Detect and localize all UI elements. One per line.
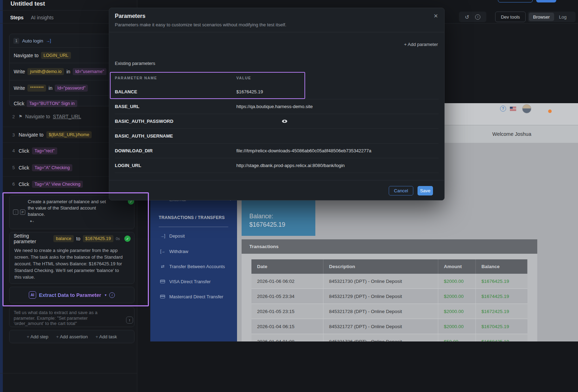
submit-prompt-button[interactable]: ↑ bbox=[126, 317, 133, 324]
sidebar-item-mastercard-direct-transfer[interactable]: Mastercard Direct Transfer bbox=[150, 292, 237, 301]
existing-parameters-label: Existing parameters bbox=[115, 61, 155, 66]
table-cell: $1676425.19 bbox=[476, 274, 527, 289]
selector-chip: Id="password" bbox=[55, 85, 88, 92]
extract-data-label: Extract Data to Parameter bbox=[39, 292, 101, 298]
dev-tools-button[interactable]: Dev tools bbox=[495, 12, 526, 22]
parameter-row[interactable]: DOWNLOAD_DIRfile:///tmp/relicx-downloads… bbox=[115, 144, 439, 158]
step-text: Click bbox=[19, 165, 29, 171]
plus-icon: + bbox=[56, 334, 59, 339]
column-header: Description bbox=[323, 259, 438, 274]
table-cell: $2000.00 bbox=[438, 274, 476, 289]
parameter-icon: P bbox=[20, 210, 25, 215]
add-task-button[interactable]: +Add task bbox=[96, 334, 117, 339]
sidebar-item-transfer-between-accounts[interactable]: ⇄Transfer Between Accounts bbox=[150, 262, 237, 271]
welcome-text: Welcome Joshua bbox=[492, 125, 531, 143]
tab-browser[interactable]: Browser bbox=[529, 13, 554, 21]
sidebar-item-deposit[interactable]: →]Deposit bbox=[150, 232, 237, 240]
sidebar-item-label: Deposit bbox=[169, 233, 185, 239]
sidebar-item-label: Withdraw bbox=[169, 249, 188, 254]
avatar[interactable] bbox=[522, 104, 531, 113]
parameter-row[interactable]: BASIC_AUTH_USERNAME bbox=[115, 129, 439, 144]
tab-ai-insights[interactable]: AI insights bbox=[31, 13, 54, 22]
add-assertion-button[interactable]: +Add assertion bbox=[56, 334, 88, 339]
setting-parameter-card[interactable]: Setting parameterbalanceto$1676425.19 0s… bbox=[9, 232, 134, 284]
parameter-value: http://stage.dbank.prod-apps.relicx.ai:8… bbox=[236, 163, 345, 168]
ai-badge-icon: AI bbox=[29, 291, 36, 299]
table-cell: 845321730 (DPT) - Online Deposit bbox=[323, 274, 438, 289]
us-flag-icon[interactable] bbox=[510, 107, 516, 111]
parameter-value: file:///tmp/relicx-downloads-45086ab60c0… bbox=[236, 148, 372, 153]
table-row: 2026-01-04 01:08845321726 (DPT) - Online… bbox=[251, 334, 527, 341]
transactions-title: Transactions bbox=[242, 244, 278, 249]
table-cell: 845321727 (DPT) - Online Deposit bbox=[323, 319, 438, 334]
extract-data-dropdown[interactable]: AI Extract Data to Parameter ▾ i bbox=[9, 287, 134, 303]
tab-steps[interactable]: Steps bbox=[10, 13, 24, 22]
add-step-button[interactable]: +Add step bbox=[27, 334, 48, 339]
start-url-link[interactable]: START_URL bbox=[53, 114, 81, 119]
sidebar-item-visa-direct-transfer[interactable]: VISA Direct Transfer bbox=[150, 277, 237, 286]
parameter-row[interactable]: LOGIN_URLhttp://stage.dbank.prod-apps.re… bbox=[115, 158, 439, 173]
add-parameter-button[interactable]: + Add parameter bbox=[404, 42, 438, 47]
prompt-placeholder: Tell us what data to extract and save as… bbox=[14, 310, 105, 326]
step-text: Navigate to bbox=[14, 53, 39, 58]
add-actions-bar: +Add step+Add assertion+Add task bbox=[9, 330, 134, 343]
chevron-down-icon[interactable]: ▾ bbox=[105, 293, 106, 297]
save-button[interactable]: Save bbox=[418, 186, 433, 195]
parameters-modal: Parameters Parameters make it easy to cu… bbox=[109, 8, 445, 200]
step-text: Navigate to bbox=[19, 132, 44, 138]
ai-task-text: Create a parameter of balance and set th… bbox=[28, 199, 113, 218]
step-number: 2 bbox=[12, 114, 16, 119]
sidebar-item-label: VISA Direct Transfer bbox=[169, 279, 211, 284]
step-number: 3 bbox=[12, 132, 16, 138]
recording-indicator-dot bbox=[548, 109, 552, 113]
cancel-button[interactable]: Cancel bbox=[389, 186, 413, 195]
eye-icon[interactable] bbox=[282, 120, 287, 123]
table-row: 2026-01-04 06:15845321727 (DPT) - Online… bbox=[251, 319, 527, 334]
divider bbox=[159, 227, 228, 227]
table-cell: $1668425.19 bbox=[476, 334, 527, 341]
selector-chip: Tag="BUTTON" Sign in bbox=[27, 100, 77, 107]
test-title: Untitled test bbox=[11, 0, 45, 8]
step-number: 6 bbox=[12, 181, 16, 187]
divider bbox=[109, 180, 444, 180]
table-cell: 845321726 (DPT) - Online Deposit bbox=[323, 334, 438, 341]
secondary-action-button-partial[interactable] bbox=[498, 0, 533, 2]
value-chip: balance bbox=[53, 235, 74, 242]
withdraw-icon: [→ bbox=[159, 249, 166, 254]
info-icon[interactable]: i bbox=[475, 14, 480, 20]
tab-log[interactable]: Log bbox=[555, 13, 571, 21]
parameter-row[interactable]: BALANCE$1676425.19 bbox=[115, 85, 439, 99]
step-text: Click bbox=[14, 101, 24, 106]
parameter-row[interactable]: BASE_URLhttps://qa.boutique.harness-demo… bbox=[115, 99, 439, 114]
info-icon[interactable]: i bbox=[109, 292, 115, 298]
plus-icon: + bbox=[96, 334, 98, 339]
value-chip: $1676425.19 bbox=[83, 235, 113, 242]
value-chip: ******** bbox=[27, 85, 46, 92]
table-cell: $1672425.19 bbox=[476, 304, 527, 319]
step-duration: 0s bbox=[116, 237, 120, 241]
parameter-row[interactable]: BASIC_AUTH_PASSWORD bbox=[115, 114, 439, 129]
selector-chip: Tag="rect" bbox=[32, 147, 57, 154]
sidebar-item-withdraw[interactable]: [→Withdraw bbox=[150, 247, 237, 255]
task-icon: : bbox=[13, 210, 18, 215]
step-text: Click bbox=[19, 181, 29, 187]
extract-prompt-input[interactable]: Tell us what data to extract and save as… bbox=[9, 307, 134, 327]
success-check-icon: ✓ bbox=[124, 235, 131, 242]
table-row: 2026-01-05 23:15845321728 (DPT) - Online… bbox=[251, 304, 527, 319]
parameter-value bbox=[236, 120, 287, 123]
view-switcher: Browser Log bbox=[528, 12, 576, 22]
close-icon[interactable]: × bbox=[431, 11, 441, 21]
help-icon[interactable]: ? bbox=[500, 106, 506, 112]
table-cell: 845321728 (DPT) - Online Deposit bbox=[323, 304, 438, 319]
primary-action-button-partial[interactable] bbox=[536, 0, 556, 2]
modal-subtitle: Parameters make it easy to customize tes… bbox=[115, 22, 286, 27]
balance-label: Balance: bbox=[249, 213, 273, 220]
table-cell: 2026-01-04 01:08 bbox=[251, 334, 323, 341]
column-parameter-name: PARAMETER NAME bbox=[115, 76, 236, 80]
selector-chip: Tag="A" Checking bbox=[32, 164, 72, 171]
table-cell: $50.00 bbox=[438, 334, 476, 341]
step-number: 5 bbox=[12, 165, 16, 170]
parameter-value: $1676425.19 bbox=[236, 89, 263, 94]
refresh-icon[interactable]: ↺ bbox=[465, 14, 469, 20]
card-icon bbox=[160, 280, 165, 283]
